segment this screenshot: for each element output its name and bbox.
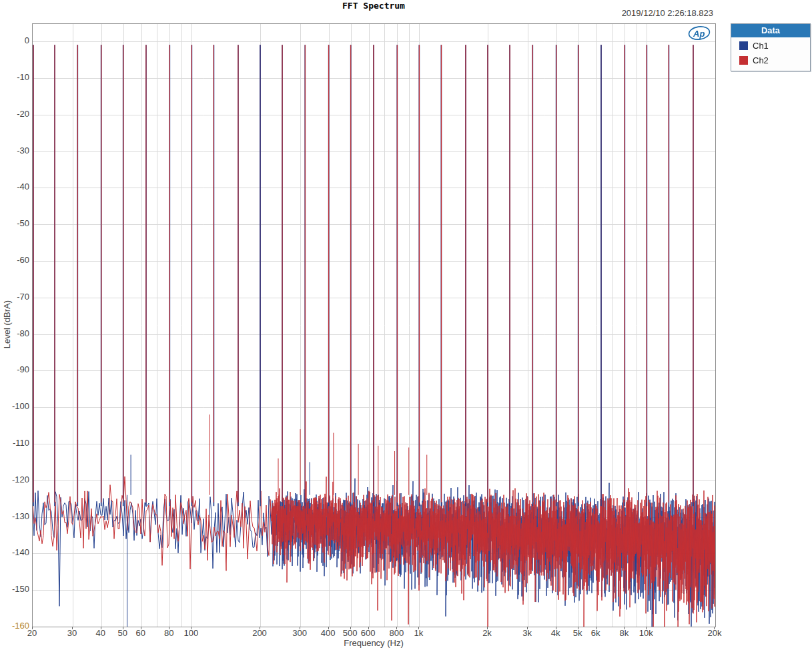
y-tick-label: -10 bbox=[0, 73, 29, 82]
x-tick-mark bbox=[169, 627, 169, 629]
fft-spectrum-window: FFT Spectrum 2019/12/10 2:26:18.823 Ap L… bbox=[0, 0, 812, 650]
x-tick-label: 100 bbox=[183, 628, 198, 638]
x-tick-label: 800 bbox=[389, 628, 404, 638]
x-tick-mark bbox=[556, 627, 556, 629]
x-tick-label: 500 bbox=[343, 628, 358, 638]
ch2-color-swatch-icon bbox=[739, 56, 748, 65]
x-tick-mark bbox=[527, 627, 528, 629]
x-tick-label: 20 bbox=[27, 628, 37, 638]
x-tick-label: 2k bbox=[482, 628, 492, 638]
legend-item-label: Ch1 bbox=[753, 41, 769, 51]
y-tick-label: -150 bbox=[0, 585, 29, 594]
x-tick-label: 10k bbox=[639, 628, 653, 638]
x-tick-label: 300 bbox=[292, 628, 307, 638]
y-axis-label: Level (dBrA) bbox=[2, 300, 12, 348]
x-tick-mark bbox=[300, 627, 300, 629]
x-tick-mark bbox=[396, 627, 397, 629]
x-tick-label: 3k bbox=[522, 628, 532, 638]
ch1-color-swatch-icon bbox=[739, 41, 748, 50]
x-tick-mark bbox=[487, 627, 488, 629]
x-tick-label: 1k bbox=[414, 628, 423, 638]
y-tick-label: -140 bbox=[0, 548, 29, 557]
x-tick-label: 400 bbox=[321, 628, 336, 638]
x-tick-mark bbox=[350, 627, 351, 629]
fft-plot-canvas[interactable] bbox=[33, 24, 715, 627]
x-tick-mark bbox=[123, 627, 123, 629]
legend-header: Data bbox=[731, 24, 810, 37]
x-tick-label: 200 bbox=[252, 628, 267, 638]
plot-frame bbox=[32, 23, 716, 627]
x-tick-mark bbox=[578, 627, 578, 629]
x-tick-label: 50 bbox=[117, 628, 127, 638]
y-tick-label: 0 bbox=[0, 36, 29, 45]
y-tick-label: -90 bbox=[0, 365, 29, 374]
x-tick-mark bbox=[596, 627, 596, 629]
x-tick-label: 80 bbox=[164, 628, 173, 638]
y-tick-label: -40 bbox=[0, 182, 29, 192]
y-tick-label: -60 bbox=[0, 256, 29, 265]
x-tick-mark bbox=[191, 627, 191, 629]
x-tick-mark bbox=[328, 627, 329, 629]
y-tick-label: -130 bbox=[0, 512, 29, 521]
x-tick-mark bbox=[714, 627, 715, 629]
y-tick-label: -80 bbox=[0, 329, 29, 338]
legend-item-label: Ch2 bbox=[753, 55, 769, 65]
x-tick-mark bbox=[72, 627, 73, 629]
x-tick-label: 6k bbox=[591, 628, 600, 638]
x-tick-mark bbox=[624, 627, 625, 629]
y-tick-label: -30 bbox=[0, 146, 29, 155]
page-title: FFT Spectrum bbox=[32, 1, 715, 11]
y-tick-label: -120 bbox=[0, 475, 29, 484]
y-tick-label: -110 bbox=[0, 438, 29, 448]
legend-item-ch2[interactable]: Ch2 bbox=[731, 52, 810, 71]
x-tick-mark bbox=[260, 627, 260, 629]
x-tick-label: 20k bbox=[708, 628, 722, 638]
y-tick-label: -20 bbox=[0, 109, 29, 119]
y-tick-label: -160 bbox=[0, 621, 29, 631]
x-tick-label: 40 bbox=[95, 628, 105, 638]
svg-text:Ap: Ap bbox=[693, 29, 705, 39]
x-tick-label: 4k bbox=[551, 628, 560, 638]
timestamp: 2019/12/10 2:26:18.823 bbox=[622, 8, 713, 18]
legend-panel: Data Ch1 Ch2 bbox=[731, 23, 811, 71]
x-axis-label: Frequency (Hz) bbox=[32, 638, 715, 648]
x-tick-mark bbox=[101, 627, 101, 629]
x-tick-mark bbox=[368, 627, 369, 629]
x-tick-mark bbox=[418, 627, 419, 629]
x-tick-label: 5k bbox=[573, 628, 582, 638]
x-tick-mark bbox=[141, 627, 141, 629]
y-tick-label: -100 bbox=[0, 402, 29, 411]
x-tick-mark bbox=[32, 627, 33, 629]
y-tick-label: -50 bbox=[0, 219, 29, 228]
x-tick-label: 8k bbox=[619, 628, 629, 638]
x-tick-label: 60 bbox=[135, 628, 145, 638]
audio-precision-logo-icon: Ap bbox=[688, 25, 711, 41]
x-tick-label: 30 bbox=[67, 628, 77, 638]
x-tick-label: 600 bbox=[361, 628, 376, 638]
x-tick-mark bbox=[646, 627, 647, 629]
y-tick-label: -70 bbox=[0, 292, 29, 302]
legend-item-ch1[interactable]: Ch1 bbox=[731, 37, 810, 52]
